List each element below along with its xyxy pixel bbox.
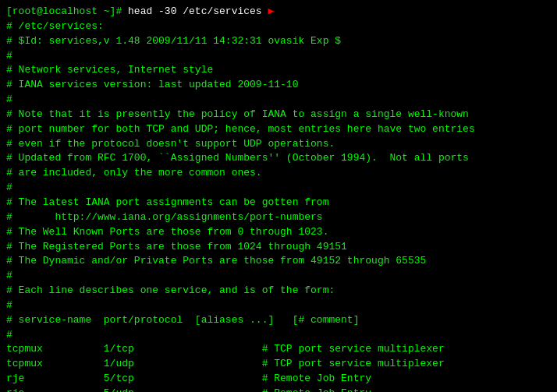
terminal-line: # even if the protocol doesn't support U… [6, 137, 551, 152]
terminal-line: # port number for both TCP and UDP; henc… [6, 122, 551, 137]
terminal-line: tcpmux 1/tcp # TCP port service multiple… [6, 342, 551, 357]
terminal-line: rje 5/udp # Remote Job Entry [6, 387, 551, 392]
terminal-line: rje 5/tcp # Remote Job Entry [6, 372, 551, 387]
terminal-line: # [6, 298, 551, 313]
terminal-line: # The Well Known Ports are those from 0 … [6, 225, 551, 240]
arrow-icon: ▶ [262, 5, 275, 17]
terminal-line: # are included, only the more common one… [6, 166, 551, 181]
terminal-line: # Network services, Internet style [6, 63, 551, 78]
terminal-line: # [6, 328, 551, 343]
terminal-line: # Note that it is presently the policy o… [6, 108, 551, 122]
terminal-line: # IANA services version: last updated 20… [6, 78, 551, 93]
terminal-line: # [6, 93, 551, 108]
terminal: [root@localhost ~]# head -30 /etc/servic… [0, 0, 557, 392]
terminal-line: # The Registered Ports are those from 10… [6, 240, 551, 255]
terminal-line: # Each line describes one service, and i… [6, 284, 551, 298]
terminal-line: # [6, 181, 551, 196]
command-text: head -30 /etc/services [128, 5, 262, 17]
prompt: [root@localhost ~]# [6, 5, 128, 17]
terminal-line: # [6, 49, 551, 64]
terminal-line: # [6, 269, 551, 284]
terminal-line: # /etc/services: [6, 19, 551, 34]
terminal-line: # $Id: services,v 1.48 2009/11/11 14:32:… [6, 34, 551, 49]
terminal-line: # http://www.iana.org/assignments/port-n… [6, 210, 551, 225]
terminal-line: # Updated from RFC 1700, ``Assigned Numb… [6, 151, 551, 166]
terminal-line: # service-name port/protocol [aliases ..… [6, 313, 551, 328]
terminal-line: # The Dynamic and/or Private Ports are t… [6, 254, 551, 269]
terminal-line: [root@localhost ~]# head -30 /etc/servic… [6, 5, 551, 19]
terminal-line: tcpmux 1/udp # TCP port service multiple… [6, 357, 551, 372]
terminal-line: # The latest IANA port assignments can b… [6, 196, 551, 210]
